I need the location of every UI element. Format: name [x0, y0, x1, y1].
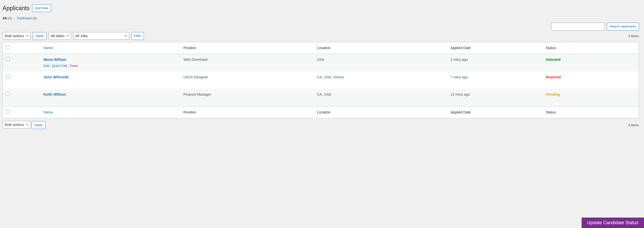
applicant-applied-cell: 13 mins ago — [448, 89, 543, 106]
applicant-location-cell: USA — [314, 54, 448, 72]
column-status-header: Status — [543, 42, 639, 54]
applicant-name-link[interactable]: Maria William — [44, 58, 66, 62]
job-filter-select[interactable]: All Jobs — [73, 32, 129, 40]
search-applicants-input[interactable] — [551, 23, 605, 31]
add-new-button[interactable]: Add New — [32, 4, 51, 12]
row-action-quick-edit[interactable]: Quick Edit — [52, 64, 67, 68]
applicant-name-link[interactable]: John Willsmith — [44, 75, 69, 79]
applicant-position-cell: Finance Manager — [181, 89, 314, 106]
row-action-edit[interactable]: Edit — [44, 64, 49, 68]
row-actions: Edit | Quick Edit | Trash — [44, 62, 178, 68]
applicant-position-cell: UI/UX Designer — [181, 72, 314, 89]
status-badge: Selected — [546, 58, 561, 62]
applicant-applied-cell: 2 mins ago — [448, 54, 543, 72]
filter-button[interactable]: Filter — [131, 32, 144, 40]
filter-all-label[interactable]: All — [3, 16, 7, 20]
column-status-footer: Status — [543, 106, 639, 118]
column-position-header: Position — [181, 42, 314, 54]
applicant-location-cell: CA, USA — [314, 89, 448, 106]
status-badge: Rejected — [546, 75, 561, 79]
row-checkbox[interactable] — [6, 57, 10, 61]
item-count-bottom: 3 items — [628, 123, 639, 127]
column-name-header[interactable]: Name — [41, 42, 181, 54]
column-name-footer[interactable]: Name — [41, 106, 181, 118]
date-filter-select[interactable]: All dates — [49, 32, 71, 40]
table-row: Keith Willson Edit | Quick Edit | Trash … — [3, 89, 639, 106]
applicant-name-link[interactable]: Keith Willson — [44, 92, 66, 96]
filter-all-count: (3) — [8, 16, 12, 20]
column-applied-date-header: Applied Date — [448, 42, 543, 54]
item-count-top: 3 items — [628, 34, 639, 38]
bulk-actions-select-bottom[interactable]: Bulk actions — [3, 121, 31, 129]
apply-bulk-top[interactable]: Apply — [33, 32, 47, 40]
apply-bulk-bottom[interactable]: Apply — [32, 121, 46, 129]
table-row: Maria William Edit | Quick Edit | Trash … — [3, 54, 639, 72]
applicant-location-cell: CA, USA, Venice — [314, 72, 448, 89]
applicants-table: Name Position Location Applied Date Stat… — [3, 42, 639, 119]
row-action-trash[interactable]: Trash — [70, 64, 78, 68]
applicant-applied-cell: 7 mins ago — [448, 72, 543, 89]
column-location-footer: Location — [314, 106, 448, 118]
checkbox-header — [3, 42, 41, 54]
column-applied-date-footer: Applied Date — [448, 106, 543, 118]
row-checkbox[interactable] — [6, 75, 10, 79]
list-view-filters: All (3) | Published (3) — [3, 16, 639, 20]
checkbox-footer — [3, 106, 41, 118]
select-all-top[interactable] — [6, 45, 10, 49]
separator: | — [13, 16, 16, 20]
status-badge: Pending — [546, 92, 560, 96]
filter-published-link[interactable]: Published — [17, 16, 32, 20]
select-all-bottom[interactable] — [6, 110, 10, 114]
applicant-position-cell: Web Developer — [181, 54, 314, 72]
column-position-footer: Position — [181, 106, 314, 118]
filter-published-count: (3) — [33, 16, 37, 20]
page-title: Applicants — [3, 3, 30, 13]
table-row: John Willsmith Edit | Quick Edit | Trash… — [3, 72, 639, 89]
row-checkbox[interactable] — [6, 92, 10, 96]
bulk-actions-select-top[interactable]: Bulk actions — [3, 32, 31, 40]
search-applicants-button[interactable]: Search Applicants — [607, 23, 639, 31]
column-location-header: Location — [314, 42, 448, 54]
